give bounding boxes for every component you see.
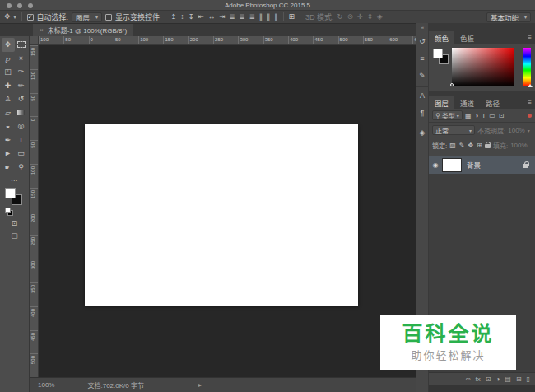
hand-tool[interactable]: ☛ [2,161,15,175]
dodge-tool[interactable]: ◎ [15,119,28,133]
layer-thumbnail[interactable] [442,158,462,172]
distribute-vcenter-icon[interactable]: ≣ [240,13,245,21]
tool-preset-caret-icon[interactable]: ▾ [14,14,16,20]
pen-tool[interactable]: ✒ [2,133,15,147]
edit-toolbar-icon[interactable]: ⋯ [11,177,18,184]
paragraph-panel-icon[interactable]: ¶ [416,104,429,121]
layer-mask-icon[interactable]: ⊡ [486,376,491,383]
type-tool[interactable]: T [15,133,28,147]
ruler-tick: 0 [89,36,114,45]
saturation-brightness-field[interactable] [452,48,514,86]
check-icon: ✓ [28,14,33,20]
eraser-tool[interactable]: ▱ [2,106,15,120]
marquee-tool[interactable] [15,38,28,52]
status-menu-chevron-icon[interactable]: ▸ [198,381,202,389]
tab-paths[interactable]: 路径 [480,96,505,109]
filter-pixel-icon[interactable]: ▦ [465,112,472,119]
quick-mask-icon[interactable]: ⊡ [12,219,18,227]
workspace-dropdown[interactable]: 基本功能 ▾ [486,12,531,22]
tab-color[interactable]: 颜色 [429,31,454,44]
hue-slider-marker[interactable] [528,84,533,87]
gradient-tool[interactable] [15,106,28,120]
document-canvas[interactable] [85,124,358,306]
crop-tool[interactable]: ◰ [2,65,15,79]
show-transform-checkbox[interactable] [105,14,112,21]
filter-shape-icon[interactable]: ▭ [489,112,495,119]
layer-visibility-eye-icon[interactable]: ◉ [429,161,442,169]
blur-tool[interactable]: ◒ [2,119,15,133]
zoom-tool[interactable]: ⚲ [15,161,28,175]
align-top-icon[interactable]: ↥ [170,13,176,21]
distribute-hcenter-icon[interactable]: ∥ [267,13,270,21]
healing-brush-tool[interactable]: ✚ [2,79,15,93]
shape-tool[interactable]: ▭ [15,147,28,161]
lock-position-icon[interactable]: ✥ [468,142,474,149]
magic-wand-tool[interactable]: ✴ [15,52,28,66]
align-right-icon[interactable]: ⇥ [219,13,225,21]
layer-group-icon[interactable]: ▤ [505,376,511,383]
layer-filter-type-dropdown[interactable]: ⚲ 类型 ▾ [432,110,463,120]
document-tab[interactable]: × 未标题-1 @ 100%(RGB/8*) [33,24,133,36]
filter-adjustment-icon[interactable]: ◑ [474,112,478,119]
history-panel-icon[interactable]: ↺ [416,32,429,49]
properties-panel-icon[interactable]: ≡ [416,49,429,67]
expand-dock-icon[interactable]: « [421,25,423,30]
distribute-bottom-icon[interactable]: ≣ [249,13,255,21]
auto-align-icon[interactable]: ⊞ [289,13,295,21]
distribute-left-icon[interactable]: ∥ [259,13,263,21]
tab-layers[interactable]: 图层 [429,96,454,109]
align-vcenter-icon[interactable]: ↕ [180,13,184,21]
3d-slide-icon[interactable]: ⇕ [367,13,373,21]
history-brush-tool[interactable]: ↺ [15,92,28,106]
lock-all-icon[interactable] [485,144,491,148]
align-hcenter-icon[interactable]: ↔ [208,13,216,21]
opacity-value[interactable]: 100% [508,127,524,134]
zoom-level-field[interactable]: 100% [38,381,54,389]
3d-rotate-icon[interactable]: ↻ [337,13,343,21]
character-panel-icon[interactable]: A [416,86,429,104]
auto-select-dropdown[interactable]: 图层 ▾ [72,12,102,22]
color-picker-marker[interactable] [450,83,454,86]
panel-menu-icon[interactable]: ≡ [528,31,535,44]
distribute-top-icon[interactable]: ≣ [229,13,235,21]
3d-panel-icon[interactable]: ◈ [416,124,429,141]
align-left-icon[interactable]: ⇤ [198,13,204,21]
brush-tool[interactable]: ✏ [15,79,28,93]
blend-mode-dropdown[interactable]: 正常 ▾ [432,125,475,135]
eyedropper-tool[interactable]: ✑ [15,65,28,79]
delete-layer-icon[interactable]: ▯ [527,376,530,383]
clone-stamp-tool[interactable]: ♙ [2,92,15,106]
lock-transparent-icon[interactable]: ▨ [449,142,456,149]
tab-swatches[interactable]: 色板 [454,31,480,44]
align-bottom-icon[interactable]: ↧ [188,13,194,21]
adjustment-layer-icon[interactable]: ◑ [495,376,500,383]
lasso-tool[interactable]: ℘ [2,52,15,66]
default-colors-icon[interactable] [5,208,13,214]
hue-slider[interactable] [523,48,531,86]
layer-name[interactable]: 背景 [467,160,523,170]
foreground-color-swatch[interactable] [5,188,16,198]
new-layer-icon[interactable]: ⊞ [516,376,522,383]
filter-smart-object-icon[interactable]: ⊡ [499,112,505,119]
layer-style-icon[interactable]: fx [476,376,481,383]
panel-menu-icon[interactable]: ≡ [528,96,535,109]
tab-close-icon[interactable]: × [40,26,44,34]
3d-scale-icon[interactable]: ◈ [377,13,383,21]
foreground-color-swatch[interactable] [433,49,443,58]
lock-artboard-icon[interactable]: ⊞ [477,142,482,149]
fill-value[interactable]: 100% [510,142,527,149]
screen-mode-icon[interactable]: ▢ [11,231,18,240]
3d-drag-icon[interactable]: ✛ [357,13,363,21]
distribute-right-icon[interactable]: ∥ [274,13,277,21]
auto-select-checkbox[interactable]: ✓ [27,14,34,21]
move-tool[interactable]: ✥ [2,38,15,52]
link-layers-icon[interactable]: ∞ [466,376,471,383]
lock-pixels-icon[interactable]: ✎ [459,142,465,149]
3d-roll-icon[interactable]: ⊙ [347,13,353,21]
filter-type-icon[interactable]: T [482,112,486,119]
layer-filter-toggle[interactable] [528,114,532,118]
brush-settings-panel-icon[interactable]: ✎ [416,67,429,84]
path-selection-tool[interactable]: ► [2,147,15,161]
tab-channels[interactable]: 通道 [454,96,480,109]
layer-row-background[interactable]: ◉ 背景 [429,156,535,174]
